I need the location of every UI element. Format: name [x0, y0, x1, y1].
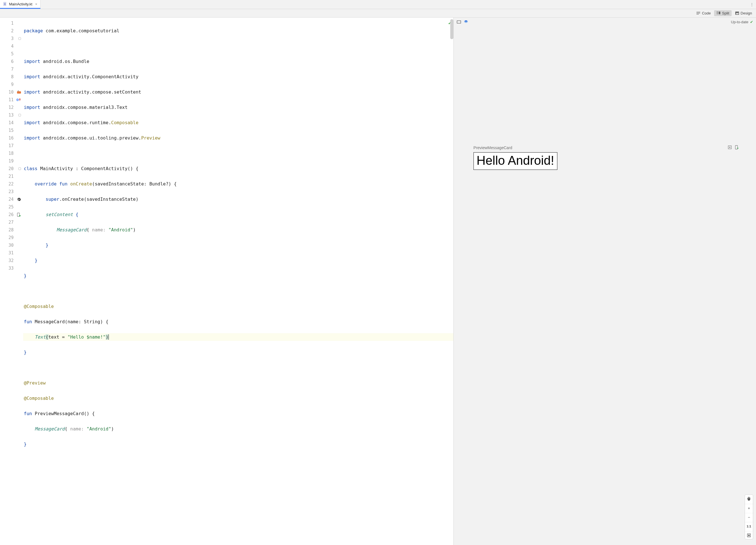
svg-rect-3 — [696, 13, 700, 14]
fold-handle-icon[interactable] — [18, 114, 21, 116]
kw-import: import — [24, 135, 40, 141]
import-line: android.os.Bundle — [43, 59, 89, 64]
animation-inspector-icon[interactable] — [728, 145, 732, 150]
line-number: 17 — [9, 143, 14, 148]
line-number: 2 — [11, 28, 14, 33]
file-tab[interactable]: MainActivity.kt × — [0, 0, 41, 9]
line-number: 23 — [9, 189, 14, 194]
fold-handle-icon[interactable] — [18, 167, 21, 170]
svg-rect-1 — [4, 4, 6, 5]
svg-rect-14 — [17, 213, 20, 216]
super-call: .onCreate(savedInstanceState) — [59, 196, 138, 202]
view-mode-design[interactable]: Design — [733, 10, 754, 16]
arg-label: text = — [48, 334, 67, 340]
line-number: 9 — [11, 82, 14, 87]
view-mode-split[interactable]: Split — [714, 10, 731, 16]
line-number: 16 — [9, 135, 14, 141]
preview-render-output: Hello Android! — [473, 152, 557, 170]
preview-render-text: Hello Android! — [477, 153, 554, 167]
class-decl: MainActivity : ComponentActivity() { — [40, 166, 139, 171]
pan-tool-button[interactable] — [745, 495, 753, 503]
import-symbol: Composable — [111, 120, 138, 125]
line-number: 8 — [11, 74, 14, 79]
design-view-icon — [735, 11, 739, 15]
editor-scrollbar[interactable] — [450, 19, 453, 39]
preview-canvas-icon[interactable] — [456, 20, 461, 24]
line-number: 29 — [9, 235, 14, 240]
deploy-preview-icon[interactable] — [735, 145, 739, 150]
svg-rect-17 — [457, 21, 460, 23]
editor-gutter: 1 2 3 4 5 6 7 8 9 10 11 — [0, 18, 23, 545]
svg-rect-6 — [717, 13, 718, 13]
package-path: com.example.composetutorial — [46, 28, 119, 33]
zoom-fit-button[interactable] — [745, 531, 753, 539]
line-number: 21 — [9, 174, 14, 179]
string-literal: "Hello $name!" — [67, 334, 106, 340]
code-lines-icon — [696, 11, 700, 15]
kotlin-file-icon — [3, 2, 7, 6]
line-number: 19 — [9, 158, 14, 164]
kw-import: import — [24, 105, 40, 110]
zoom-out-button[interactable]: − — [745, 513, 753, 521]
line-number: 1 — [11, 21, 14, 26]
run-preview-gutter-icon[interactable] — [17, 213, 21, 217]
svg-marker-23 — [737, 147, 739, 149]
compose-preview-panel: Up-to-date ✔ PreviewMessageCard — [454, 18, 756, 545]
preview-composable-header: PreviewMessageCard — [473, 145, 739, 150]
view-mode-code-label: Code — [702, 11, 711, 15]
view-mode-design-label: Design — [741, 11, 752, 15]
kw-class: class — [24, 166, 37, 171]
kw-fun: fun — [24, 319, 32, 325]
line-number: 24 — [9, 197, 14, 202]
layers-icon[interactable] — [464, 20, 468, 24]
line-number: 20 — [9, 166, 14, 171]
line-number: 11 — [9, 97, 14, 102]
kw-package: package — [24, 28, 43, 33]
svg-marker-15 — [19, 215, 21, 217]
svg-rect-4 — [696, 14, 699, 14]
line-number: 7 — [11, 67, 14, 72]
import-symbol: Preview — [141, 135, 160, 141]
kw-fun: fun — [24, 411, 32, 416]
fold-handle-icon[interactable] — [18, 37, 21, 40]
import-line: androidx.compose.runtime. — [43, 120, 111, 125]
settings-gutter-icon[interactable] — [17, 197, 21, 201]
annotation-preview: @Preview — [24, 380, 46, 386]
kw-super: super — [46, 196, 59, 202]
line-number: 4 — [11, 44, 14, 49]
code-editor[interactable]: 1 2 3 4 5 6 7 8 9 10 11 — [0, 18, 454, 545]
override-gutter-icon[interactable] — [16, 98, 21, 101]
zoom-controls: + − 1:1 — [745, 495, 753, 539]
svg-rect-7 — [717, 14, 718, 14]
zoom-reset-button[interactable]: 1:1 — [745, 522, 753, 530]
line-number: 3 — [11, 36, 14, 41]
kw-fun: fun — [59, 181, 67, 186]
line-number: 15 — [9, 128, 14, 133]
svg-rect-8 — [719, 12, 721, 14]
param-name: name: — [67, 426, 86, 432]
preview-canvas[interactable]: PreviewMessageCard Hello Android! — [454, 26, 756, 545]
fn-text: Text — [35, 334, 46, 340]
tab-bar: MainActivity.kt × ⋮ — [0, 0, 756, 9]
fn-decl: PreviewMessageCard() { — [35, 411, 95, 416]
run-gutter-icon[interactable] — [17, 90, 21, 94]
line-number: 33 — [9, 266, 14, 271]
view-mode-toolbar: Code Split Design — [0, 9, 756, 18]
close-icon[interactable]: × — [35, 2, 37, 6]
fn-oncreate: onCreate — [70, 181, 92, 186]
split-view-icon — [716, 11, 721, 15]
preview-composable-name: PreviewMessageCard — [473, 145, 512, 150]
string-literal: "Android" — [87, 426, 111, 432]
param-name: name: — [89, 227, 108, 232]
line-number: 18 — [9, 151, 14, 156]
zoom-in-button[interactable]: + — [745, 504, 753, 512]
view-mode-code[interactable]: Code — [694, 10, 713, 16]
import-line: androidx.compose.material3.Text — [43, 105, 128, 110]
line-number: 22 — [9, 181, 14, 186]
fn-messagecard: MessageCard — [57, 227, 87, 232]
code-area[interactable]: package com.example.composetutorial impo… — [23, 18, 453, 545]
more-options-button[interactable]: ⋮ — [747, 0, 756, 9]
annotation-composable: @Composable — [24, 396, 54, 401]
line-number: 25 — [9, 204, 14, 209]
file-tab-label: MainActivity.kt — [9, 2, 32, 6]
